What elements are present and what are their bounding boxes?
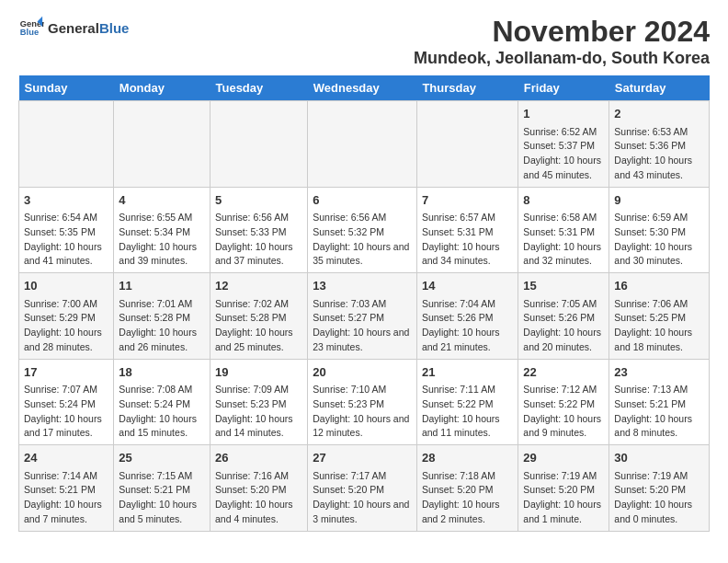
calendar-week-row: 10Sunrise: 7:00 AMSunset: 5:29 PMDayligh… (19, 273, 710, 360)
cell-content: Sunset: 5:24 PM (24, 397, 108, 412)
cell-content: Sunset: 5:28 PM (119, 311, 205, 326)
cell-content: Daylight: 10 hours and 18 minutes. (614, 326, 704, 355)
cell-content: Daylight: 10 hours and 35 minutes. (313, 240, 412, 270)
cell-content: Sunset: 5:21 PM (119, 483, 205, 498)
cell-content: Sunrise: 7:06 AM (614, 297, 704, 312)
cell-content: Sunrise: 7:00 AM (24, 297, 108, 312)
cell-content: Sunrise: 7:02 AM (215, 297, 302, 312)
day-number: 24 (24, 449, 108, 467)
logo-blue: Blue (99, 20, 130, 36)
calendar-cell: 21Sunrise: 7:11 AMSunset: 5:22 PMDayligh… (416, 359, 518, 445)
day-number: 8 (523, 191, 604, 210)
calendar-table: SundayMondayTuesdayWednesdayThursdayFrid… (18, 75, 710, 532)
cell-content: Daylight: 10 hours and 39 minutes. (119, 240, 205, 270)
cell-content: Sunset: 5:26 PM (523, 311, 604, 326)
cell-content: Sunrise: 7:11 AM (422, 383, 513, 397)
logo[interactable]: General Blue General Blue (18, 15, 129, 40)
day-number: 15 (523, 277, 604, 295)
calendar-cell: 9Sunrise: 6:59 AMSunset: 5:30 PMDaylight… (609, 187, 710, 273)
cell-content: Sunset: 5:20 PM (422, 483, 513, 498)
cell-content: Sunset: 5:37 PM (523, 139, 604, 154)
cell-content: Sunrise: 6:56 AM (215, 211, 302, 225)
cell-content: Sunrise: 7:05 AM (523, 297, 604, 312)
calendar-cell: 27Sunrise: 7:17 AMSunset: 5:20 PMDayligh… (308, 445, 417, 532)
cell-content: Sunrise: 6:54 AM (24, 211, 108, 225)
calendar-cell: 11Sunrise: 7:01 AMSunset: 5:28 PMDayligh… (114, 273, 210, 360)
calendar-cell (114, 101, 210, 188)
day-number: 5 (215, 191, 302, 210)
calendar-cell: 8Sunrise: 6:58 AMSunset: 5:31 PMDaylight… (518, 187, 609, 273)
cell-content: Sunset: 5:20 PM (215, 483, 302, 498)
day-number: 13 (313, 277, 412, 295)
cell-content: Sunset: 5:20 PM (313, 483, 412, 498)
day-number: 12 (215, 277, 302, 295)
header-wednesday: Wednesday (308, 75, 417, 101)
cell-content: Daylight: 10 hours and 1 minute. (523, 498, 604, 527)
day-number: 21 (422, 363, 513, 382)
cell-content: Sunrise: 7:09 AM (215, 383, 302, 397)
day-number: 17 (24, 363, 108, 382)
cell-content: Sunrise: 7:03 AM (313, 297, 412, 312)
calendar-cell: 29Sunrise: 7:19 AMSunset: 5:20 PMDayligh… (518, 445, 609, 532)
calendar-cell: 1Sunrise: 6:52 AMSunset: 5:37 PMDaylight… (518, 101, 609, 188)
calendar-cell: 17Sunrise: 7:07 AMSunset: 5:24 PMDayligh… (19, 359, 114, 445)
calendar-cell: 22Sunrise: 7:12 AMSunset: 5:22 PMDayligh… (518, 359, 609, 445)
cell-content: Sunset: 5:36 PM (614, 139, 704, 154)
header-thursday: Thursday (416, 75, 518, 101)
cell-content: Sunset: 5:32 PM (313, 225, 412, 240)
cell-content: Sunrise: 6:59 AM (614, 211, 704, 225)
header-sunday: Sunday (19, 75, 114, 101)
cell-content: Sunset: 5:31 PM (523, 225, 604, 240)
cell-content: Daylight: 10 hours and 28 minutes. (24, 326, 108, 355)
cell-content: Sunset: 5:20 PM (523, 483, 604, 498)
cell-content: Daylight: 10 hours and 7 minutes. (24, 498, 108, 527)
cell-content: Sunset: 5:23 PM (215, 397, 302, 412)
day-number: 27 (313, 449, 412, 467)
cell-content: Daylight: 10 hours and 45 minutes. (523, 154, 604, 183)
logo-general: General (48, 20, 99, 36)
cell-content: Daylight: 10 hours and 5 minutes. (119, 498, 205, 527)
day-number: 7 (422, 191, 513, 210)
day-number: 10 (24, 277, 108, 295)
calendar-cell: 5Sunrise: 6:56 AMSunset: 5:33 PMDaylight… (210, 187, 307, 273)
day-number: 25 (119, 449, 205, 467)
cell-content: Sunrise: 6:53 AM (614, 125, 704, 140)
cell-content: Sunset: 5:22 PM (422, 397, 513, 412)
calendar-week-row: 24Sunrise: 7:14 AMSunset: 5:21 PMDayligh… (19, 445, 710, 532)
calendar-cell: 19Sunrise: 7:09 AMSunset: 5:23 PMDayligh… (210, 359, 307, 445)
day-number: 28 (422, 449, 513, 467)
cell-content: Sunset: 5:29 PM (24, 311, 108, 326)
calendar-cell: 24Sunrise: 7:14 AMSunset: 5:21 PMDayligh… (19, 445, 114, 532)
calendar-cell: 20Sunrise: 7:10 AMSunset: 5:23 PMDayligh… (308, 359, 417, 445)
title-block: November 2024 Mundeok, Jeollanam-do, Sou… (414, 15, 710, 68)
cell-content: Sunset: 5:35 PM (24, 225, 108, 240)
cell-content: Daylight: 10 hours and 25 minutes. (215, 326, 302, 355)
day-number: 1 (523, 105, 604, 123)
cell-content: Sunset: 5:28 PM (215, 311, 302, 326)
calendar-cell: 14Sunrise: 7:04 AMSunset: 5:26 PMDayligh… (416, 273, 518, 360)
cell-content: Sunset: 5:30 PM (614, 225, 704, 240)
calendar-cell: 13Sunrise: 7:03 AMSunset: 5:27 PMDayligh… (308, 273, 417, 360)
calendar-cell: 15Sunrise: 7:05 AMSunset: 5:26 PMDayligh… (518, 273, 609, 360)
svg-text:Blue: Blue (20, 28, 39, 37)
calendar-cell (210, 101, 307, 188)
cell-content: Daylight: 10 hours and 12 minutes. (313, 412, 412, 442)
cell-content: Sunset: 5:21 PM (614, 397, 704, 412)
cell-content: Daylight: 10 hours and 17 minutes. (24, 412, 108, 442)
cell-content: Sunrise: 6:55 AM (119, 211, 205, 225)
cell-content: Daylight: 10 hours and 11 minutes. (422, 412, 513, 442)
cell-content: Sunrise: 7:12 AM (523, 383, 604, 397)
header-friday: Friday (518, 75, 609, 101)
cell-content: Daylight: 10 hours and 37 minutes. (215, 240, 302, 270)
calendar-week-row: 17Sunrise: 7:07 AMSunset: 5:24 PMDayligh… (19, 359, 710, 445)
cell-content: Sunrise: 7:13 AM (614, 383, 704, 397)
cell-content: Sunrise: 6:52 AM (523, 125, 604, 140)
cell-content: Daylight: 10 hours and 26 minutes. (119, 326, 205, 355)
cell-content: Sunrise: 7:10 AM (313, 383, 412, 397)
calendar-cell: 18Sunrise: 7:08 AMSunset: 5:24 PMDayligh… (114, 359, 210, 445)
calendar-cell: 12Sunrise: 7:02 AMSunset: 5:28 PMDayligh… (210, 273, 307, 360)
header-saturday: Saturday (609, 75, 710, 101)
location-subtitle: Mundeok, Jeollanam-do, South Korea (414, 49, 710, 68)
calendar-week-row: 1Sunrise: 6:52 AMSunset: 5:37 PMDaylight… (19, 101, 710, 188)
day-number: 14 (422, 277, 513, 295)
